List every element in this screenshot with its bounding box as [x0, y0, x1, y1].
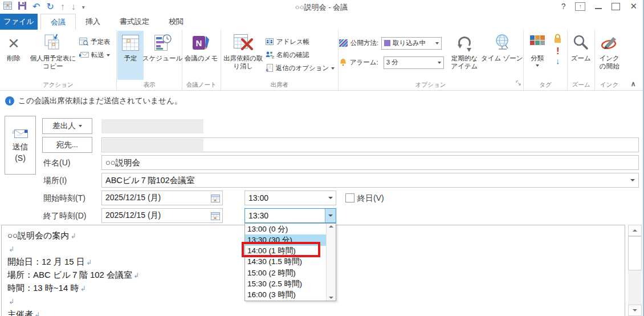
body-line: 時間：13 時~14 時 [7, 283, 79, 293]
group-label-options: オプション [339, 81, 523, 89]
globe-icon [493, 32, 511, 54]
to-field[interactable] [101, 137, 639, 152]
end-time-label: 終了時刻(D) [43, 211, 86, 221]
recurrence-label: 定期的なアイテム [449, 55, 480, 71]
start-ink-button[interactable]: インクの開始 [596, 31, 623, 80]
send-envelope-icon [12, 128, 29, 141]
group-label-ink: インク [595, 81, 623, 89]
group-label-zoom: ズーム [568, 81, 594, 89]
group-label-show: 表示 [117, 81, 182, 89]
tab-insert[interactable]: 挿入 [76, 14, 110, 30]
start-time-dropdown-icon[interactable] [325, 191, 336, 205]
recurrence-button[interactable]: 定期的なアイテム [447, 31, 482, 80]
tab-format[interactable]: 書式設定 [110, 14, 159, 30]
appointment-button[interactable]: 予定 [117, 31, 144, 80]
end-date-field[interactable]: 2025/12/15 (月) [101, 208, 223, 223]
time-option[interactable]: 16:00 (3 時間) [245, 290, 326, 301]
copy-to-personal-calendar-button[interactable]: 個人用予定表にコピー [27, 31, 79, 80]
send-button[interactable]: 送信 (S) [5, 116, 36, 175]
high-importance-icon[interactable]: ! [556, 46, 560, 56]
start-date-picker-icon[interactable] [209, 191, 222, 205]
response-options-button[interactable]: 返信のオプション [265, 62, 335, 75]
svg-text:@: @ [271, 55, 274, 59]
scheduling-label: スケジュール [142, 55, 182, 63]
time-zones-button[interactable]: タイム ゾーン [482, 31, 523, 80]
end-date-value: 2025/12/15 (月) [102, 210, 209, 221]
subject-label: 件名(U) [43, 158, 70, 168]
location-field[interactable]: ABCビル７階102会議室 [101, 173, 639, 188]
start-date-field[interactable]: 2025/12/15 (月) [101, 191, 223, 205]
dropdown-scroll-up-icon[interactable] [329, 225, 333, 228]
time-option[interactable]: 15:00 (2 時間) [245, 268, 326, 278]
send-label-mnemonic: (S) [15, 153, 26, 163]
ribbon-display-options-icon[interactable]: ↑ [575, 2, 585, 11]
scrollbar-track[interactable] [628, 270, 642, 305]
time-option[interactable]: 13:00 (0 分) [245, 224, 326, 234]
low-importance-icon[interactable]: ↓ [556, 56, 560, 66]
time-option[interactable]: 15:30 (2.5 時間) [245, 278, 326, 289]
tab-review[interactable]: 校閲 [159, 14, 193, 30]
address-book-button[interactable]: アドレス帳 [265, 35, 335, 48]
forward-label: 転送 [91, 51, 104, 59]
appointment-calendar-icon [121, 32, 140, 54]
end-time-dropdown-icon[interactable] [325, 209, 336, 222]
forward-button[interactable]: 転送 [79, 48, 116, 62]
show-as-select[interactable]: 取り込み中 [381, 37, 442, 50]
maximize-icon[interactable] [612, 3, 620, 10]
scroll-down-icon[interactable] [628, 305, 642, 316]
reminder-select[interactable]: 3 分 [384, 56, 444, 69]
scroll-up-icon[interactable] [628, 225, 642, 236]
dropdown-scroll-down-icon[interactable] [329, 297, 333, 299]
minimize-icon[interactable] [595, 8, 602, 9]
private-lock-icon[interactable] [553, 33, 563, 46]
end-date-picker-icon[interactable] [209, 209, 222, 222]
zoom-label: ズーム [571, 55, 591, 63]
categorize-button[interactable]: 分類 [524, 31, 551, 80]
return-mark-icon: ↲ [9, 298, 14, 306]
group-label-actions: アクション [0, 81, 116, 89]
open-calendar-button[interactable]: 予定表 [79, 35, 116, 48]
end-time-combo[interactable]: 13:30 [244, 208, 336, 223]
scheduling-button[interactable]: スケジュール [144, 31, 181, 80]
info-message: この会議出席依頼はまだ送信されていません。 [18, 96, 182, 106]
meeting-notes-button[interactable]: N 会議のメモ [183, 31, 219, 80]
subject-field[interactable]: ○○説明会 [101, 155, 639, 170]
start-time-combo[interactable]: 13:00 [244, 191, 336, 205]
scrollbar-thumb[interactable] [628, 236, 642, 270]
close-icon[interactable]: ✕ [630, 2, 637, 10]
from-button[interactable]: 差出人 [42, 118, 92, 134]
group-show: 予定 スケジュール 表示 [117, 30, 182, 90]
body-line: 主催者 [7, 309, 33, 316]
help-icon[interactable]: ? [561, 2, 566, 11]
time-option[interactable]: 14:30 (1.5 時間) [245, 257, 326, 268]
body-scrollbar[interactable] [628, 225, 642, 316]
group-ink: インクの開始 インク [595, 30, 623, 90]
info-bar: i この会議出席依頼はまだ送信されていません。 [0, 91, 643, 111]
all-day-checkbox[interactable] [345, 193, 354, 202]
to-button[interactable]: 宛先... [42, 137, 92, 153]
dropdown-scrollbar[interactable] [326, 224, 336, 301]
response-options-label: 返信のオプション [276, 64, 329, 72]
delete-button[interactable]: × 削除 [1, 31, 27, 80]
tab-meeting[interactable]: 会議 [40, 14, 76, 30]
response-options-dropdown-icon [331, 67, 335, 70]
location-dropdown-icon[interactable] [630, 179, 635, 181]
calendar-search-icon [79, 37, 88, 47]
group-tags: 分類 ! ↓ タグ [524, 30, 568, 90]
response-options-icon [265, 64, 274, 73]
onenote-icon: N [191, 32, 211, 54]
tab-file[interactable]: ファイル [0, 14, 38, 30]
end-time-dropdown-list: 13:00 (0 分) 13:30 (30 分) 14:00 (1 時間) 14… [244, 223, 336, 301]
group-label-tags: タグ [524, 81, 568, 89]
options-dialog-launcher-icon[interactable] [516, 78, 521, 88]
start-date-value: 2025/12/15 (月) [102, 193, 209, 203]
delete-x-icon: × [8, 32, 19, 54]
cancel-invitation-button[interactable]: 出席依頼の取り消し [222, 31, 265, 80]
zoom-button[interactable]: ズーム [568, 31, 593, 80]
busy-status-swatch [384, 40, 390, 46]
check-names-icon: @ [265, 51, 274, 60]
return-mark-icon: ↲ [9, 245, 14, 253]
collapse-ribbon-icon[interactable]: ∧ [623, 30, 643, 90]
start-ink-label: インクの開始 [597, 55, 621, 71]
check-names-button[interactable]: @ 名前の確認 [265, 48, 335, 62]
